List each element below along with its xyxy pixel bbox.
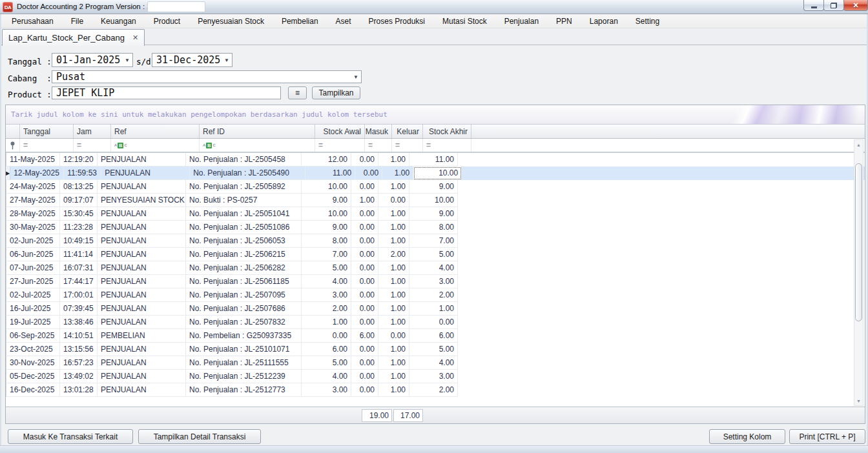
- menu-item-aset[interactable]: Aset: [332, 15, 355, 27]
- cell-jam[interactable]: 11:23:28: [60, 221, 98, 234]
- table-row[interactable]: 07-Jun-202516:07:31PENJUALANNo. Penjuala…: [6, 261, 865, 275]
- date-from-picker[interactable]: 01-Jan-2025 ▼: [52, 53, 133, 67]
- cell-keluar[interactable]: 0.00: [378, 329, 409, 343]
- cell-stock-akhir[interactable]: 4.00: [409, 356, 458, 370]
- cell-jam[interactable]: 11:59:53: [64, 166, 101, 180]
- cell-jam[interactable]: 13:38:46: [60, 316, 98, 329]
- cell-masuk[interactable]: 6.00: [351, 329, 378, 343]
- cell-stock-akhir[interactable]: 5.00: [409, 343, 458, 356]
- cell-keluar[interactable]: 1.00: [378, 356, 409, 370]
- cell-masuk[interactable]: 0.00: [351, 356, 378, 370]
- menu-item-laporan[interactable]: Laporan: [586, 15, 622, 27]
- scrollbar-thumb[interactable]: [855, 163, 862, 321]
- menu-item-product[interactable]: Product: [150, 15, 184, 27]
- cell-stock-akhir[interactable]: 6.00: [409, 329, 458, 343]
- cell-keluar[interactable]: 1.00: [378, 221, 409, 234]
- cell-ref-id[interactable]: No. Penjualan : JL-2507686: [186, 302, 302, 316]
- cell-masuk[interactable]: 0.00: [351, 221, 378, 234]
- cell-stock-akhir[interactable]: 9.00: [409, 180, 458, 194]
- date-from-dropdown-icon[interactable]: ▼: [122, 57, 132, 63]
- cell-ref[interactable]: PENJUALAN: [98, 221, 186, 234]
- cell-tanggal[interactable]: 06-Sep-2025: [6, 329, 60, 343]
- menu-item-penyesuaian-stock[interactable]: Penyesuaian Stock: [194, 15, 268, 27]
- menu-item-proses-produksi[interactable]: Proses Produksi: [365, 15, 429, 27]
- cell-keluar[interactable]: 1.00: [378, 343, 409, 356]
- filter-cell-masuk[interactable]: =: [365, 139, 392, 152]
- cell-stock-awal[interactable]: 9.00: [302, 221, 351, 234]
- table-row[interactable]: 06-Jun-202511:41:14PENJUALANNo. Penjuala…: [6, 248, 865, 261]
- cell-jam[interactable]: 17:00:01: [60, 288, 98, 302]
- cell-masuk[interactable]: 0.00: [351, 207, 378, 221]
- cell-stock-awal[interactable]: 8.00: [302, 234, 351, 248]
- cell-stock-akhir[interactable]: 10.00: [413, 166, 462, 180]
- cell-keluar[interactable]: 0.00: [378, 194, 409, 207]
- cell-masuk[interactable]: 0.00: [355, 166, 382, 180]
- menu-item-pembelian[interactable]: Pembelian: [278, 15, 322, 27]
- cell-masuk[interactable]: 0.00: [351, 153, 378, 166]
- cell-keluar[interactable]: 1.00: [378, 234, 409, 248]
- cell-tanggal[interactable]: 27-Jun-2025: [6, 275, 60, 288]
- cell-keluar[interactable]: 1.00: [378, 288, 409, 302]
- table-row[interactable]: 23-Oct-202513:15:56PENJUALANNo. Penjuala…: [6, 343, 865, 356]
- table-row[interactable]: 19-Jul-202513:38:46PENJUALANNo. Penjuala…: [6, 316, 865, 329]
- cell-jam[interactable]: 10:49:15: [60, 234, 98, 248]
- cell-ref[interactable]: PENJUALAN: [101, 166, 190, 180]
- cell-ref[interactable]: PENJUALAN: [98, 275, 186, 288]
- cell-jam[interactable]: 13:49:02: [60, 370, 98, 383]
- cell-jam[interactable]: 16:57:23: [60, 356, 98, 370]
- cabang-dropdown-icon[interactable]: ▼: [351, 74, 361, 80]
- cell-jam[interactable]: 15:30:45: [60, 207, 98, 221]
- cell-stock-akhir[interactable]: 2.00: [409, 383, 458, 397]
- table-row[interactable]: 28-May-202515:30:45PENJUALANNo. Penjuala…: [6, 207, 865, 221]
- cell-ref-id[interactable]: No. Penjualan : JL-2506215: [186, 248, 302, 261]
- cell-masuk[interactable]: 0.00: [351, 261, 378, 275]
- cell-stock-akhir[interactable]: 2.00: [409, 288, 458, 302]
- cell-tanggal[interactable]: 19-Jul-2025: [6, 316, 60, 329]
- cell-ref[interactable]: PENYESUAIAN STOCK: [98, 194, 186, 207]
- table-row[interactable]: 27-May-202509:17:07PENYESUAIAN STOCKNo. …: [6, 194, 865, 207]
- cell-stock-awal[interactable]: 12.00: [302, 153, 351, 166]
- cell-stock-akhir[interactable]: 0.00: [409, 316, 458, 329]
- cell-stock-awal[interactable]: 3.00: [302, 288, 351, 302]
- cell-stock-akhir[interactable]: 8.00: [409, 221, 458, 234]
- table-row[interactable]: ▶12-May-202511:59:53PENJUALANNo. Penjual…: [6, 166, 865, 180]
- column-header-jam[interactable]: Jam: [74, 125, 111, 138]
- vertical-scrollbar[interactable]: ▲ ▼: [854, 139, 863, 406]
- cell-tanggal[interactable]: 11-May-2025: [6, 153, 60, 166]
- cabang-combo[interactable]: Pusat ▼: [52, 70, 362, 83]
- minimize-button[interactable]: [803, 0, 824, 11]
- cell-jam[interactable]: 11:41:14: [60, 248, 98, 261]
- table-row[interactable]: 27-Jun-202517:44:17PENJUALANNo. Penjuala…: [6, 275, 865, 288]
- filter-cell-keluar[interactable]: =: [392, 139, 423, 152]
- cell-ref[interactable]: PENJUALAN: [98, 180, 186, 194]
- menu-item-penjualan[interactable]: Penjualan: [501, 15, 542, 27]
- cell-masuk[interactable]: 0.00: [351, 234, 378, 248]
- cell-stock-akhir[interactable]: 3.00: [409, 275, 458, 288]
- cell-ref-id[interactable]: No. Penjualan : JL-25051086: [186, 221, 302, 234]
- cell-stock-awal[interactable]: 2.00: [302, 302, 351, 316]
- cell-stock-awal[interactable]: 10.00: [302, 180, 351, 194]
- cell-stock-akhir[interactable]: 10.00: [409, 194, 458, 207]
- cell-tanggal[interactable]: 24-May-2025: [6, 180, 60, 194]
- cell-ref[interactable]: PENJUALAN: [98, 153, 186, 166]
- cell-tanggal[interactable]: 16-Dec-2025: [6, 383, 60, 397]
- cell-jam[interactable]: 08:13:25: [60, 180, 98, 194]
- product-list-button[interactable]: ≡: [288, 86, 307, 99]
- cell-tanggal[interactable]: 02-Jun-2025: [6, 234, 60, 248]
- column-header-ref[interactable]: Ref: [111, 125, 200, 138]
- group-by-panel[interactable]: Tarik judul kolom ke sini untuk melakuka…: [6, 105, 865, 125]
- scroll-down-icon[interactable]: ▼: [854, 396, 863, 405]
- column-header-ref-id[interactable]: Ref ID: [200, 125, 315, 138]
- table-row[interactable]: 11-May-202512:19:20PENJUALANNo. Penjuala…: [6, 153, 865, 166]
- column-header-tanggal[interactable]: Tanggal: [20, 125, 74, 138]
- close-button[interactable]: ✕: [843, 0, 868, 11]
- cell-ref[interactable]: PEMBELIAN: [98, 329, 186, 343]
- tab-close-icon[interactable]: ✕: [132, 34, 138, 41]
- filter-cell-ref-id[interactable]: ABC: [200, 139, 315, 152]
- filter-pin-icon[interactable]: [6, 139, 20, 152]
- cell-keluar[interactable]: 1.00: [378, 370, 409, 383]
- tampilkan-detail-button[interactable]: Tampilkan Detail Transaksi: [138, 429, 261, 444]
- cell-jam[interactable]: 12:19:20: [60, 153, 98, 166]
- cell-stock-awal[interactable]: 1.00: [302, 316, 351, 329]
- cell-stock-akhir[interactable]: 9.00: [409, 207, 458, 221]
